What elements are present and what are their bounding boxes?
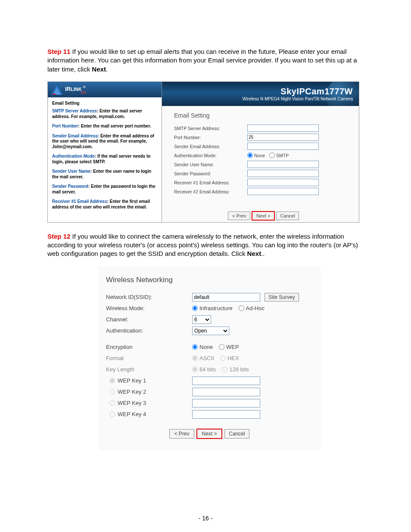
prev-button[interactable]: < Prev bbox=[228, 212, 250, 220]
wepkey4-input[interactable] bbox=[192, 410, 260, 419]
ssid-label: Network ID(SSID): bbox=[106, 294, 192, 300]
auth-select[interactable]: Open bbox=[192, 327, 229, 335]
smtp-label: SMTP Server Address: bbox=[174, 126, 247, 131]
brand-a: IR bbox=[65, 86, 71, 92]
site-survey-button[interactable]: Site Survey bbox=[265, 293, 299, 302]
receiver1-label: Receiver #1 Email Address: bbox=[174, 180, 247, 185]
email-setting-screenshot: IRLINK ® 101 Email Setting SMTP Server A… bbox=[47, 81, 359, 223]
page-number: - 16 - bbox=[0, 515, 411, 522]
sidebar-heading: Email Setting bbox=[52, 101, 157, 106]
sender-user-label: Sender User Name: bbox=[174, 162, 247, 167]
product-banner: SkyIPCam1777W Wireless N MPEG4 Night Vis… bbox=[162, 82, 359, 106]
wepkey3-input[interactable] bbox=[192, 399, 260, 408]
smtp-input[interactable] bbox=[247, 124, 319, 132]
wireless-mode-label: Wireless Mode: bbox=[106, 305, 192, 311]
help-item: Port Number: Enter the mail server port … bbox=[52, 124, 157, 129]
brand-header: IRLINK ® 101 bbox=[48, 82, 162, 97]
step12-text-b: .. bbox=[261, 250, 265, 257]
step11-label: Step 11 bbox=[47, 48, 70, 55]
receiver2-label: Receiver #2 Email Address: bbox=[174, 189, 247, 194]
ssid-input[interactable] bbox=[192, 293, 260, 302]
step11-text-b: . bbox=[106, 65, 108, 73]
sender-pass-label: Sender Password: bbox=[174, 171, 247, 176]
step12-paragraph: Step 12 If you would like to connect the… bbox=[47, 232, 364, 258]
receiver2-input[interactable] bbox=[247, 188, 319, 195]
help-item: Sender Email Address: Enter the email ad… bbox=[52, 134, 157, 150]
form-heading: Email Setting bbox=[174, 112, 353, 119]
step12-bold: Next bbox=[247, 250, 262, 257]
keylen-label: Key Length bbox=[106, 366, 192, 373]
help-item: Receiver #1 Email Address: Enter the fir… bbox=[52, 199, 157, 210]
auth-smtp-radio[interactable]: SMTP bbox=[269, 152, 289, 158]
auth-label: Authentication: bbox=[106, 327, 192, 334]
mode-adhoc-radio[interactable]: Ad-Hoc bbox=[239, 305, 265, 311]
step12-text-a: If you would like to connect the camera … bbox=[47, 233, 358, 258]
encryption-label: Encryption bbox=[106, 344, 192, 350]
channel-select[interactable]: 6 bbox=[192, 315, 211, 324]
product-subtitle: Wireless N MPEG4 Night Vision Pan/Tilt N… bbox=[243, 96, 353, 101]
help-item: SMTP Server Address: Enter the mail serv… bbox=[52, 109, 157, 119]
enc-wep-radio[interactable]: WEP bbox=[219, 344, 239, 350]
next-button[interactable]: Next > bbox=[197, 429, 222, 439]
sender-pass-input[interactable] bbox=[247, 170, 319, 177]
brand-sub: 101 bbox=[81, 90, 86, 94]
channel-label: Channel: bbox=[106, 316, 192, 323]
email-help-sidebar: IRLINK ® 101 Email Setting SMTP Server A… bbox=[47, 81, 162, 223]
help-item: Sender Password: Enter the password to l… bbox=[52, 184, 157, 195]
receiver1-input[interactable] bbox=[247, 179, 319, 186]
format-label: Format bbox=[106, 355, 192, 361]
sender-email-label: Sender Email Address: bbox=[174, 144, 247, 149]
auth-mode-label: Authentication Mode: bbox=[174, 153, 247, 158]
help-item: Sender User Name: Enter the user name to… bbox=[52, 169, 157, 180]
klen-128-radio[interactable]: 128 bits bbox=[222, 366, 249, 373]
wireless-heading: Wireless Networking bbox=[106, 276, 313, 284]
help-item: Authentication Mode: If the mail server … bbox=[52, 154, 157, 165]
fmt-ascii-radio[interactable]: ASCII bbox=[192, 355, 214, 361]
fmt-hex-radio[interactable]: HEX bbox=[220, 355, 239, 361]
cancel-button[interactable]: Cancel bbox=[224, 429, 249, 439]
wepkey3-radio[interactable]: WEP Key 3 bbox=[109, 400, 192, 406]
klen-64-radio[interactable]: 64 bits bbox=[192, 366, 216, 373]
port-label: Port Number: bbox=[174, 135, 247, 140]
wireless-networking-screenshot: Wireless Networking Network ID(SSID): Si… bbox=[98, 266, 321, 451]
sender-user-input[interactable] bbox=[247, 161, 319, 168]
wepkey1-input[interactable] bbox=[192, 376, 260, 385]
wepkey2-input[interactable] bbox=[192, 388, 260, 396]
next-button[interactable]: Next > bbox=[252, 212, 274, 220]
wepkey4-radio[interactable]: WEP Key 4 bbox=[109, 411, 192, 417]
step11-paragraph: Step 11 If you would like to set up emai… bbox=[47, 47, 364, 74]
brand-logo-icon bbox=[51, 85, 62, 95]
cancel-button[interactable]: Cancel bbox=[276, 212, 299, 220]
enc-none-radio[interactable]: None bbox=[192, 344, 213, 350]
product-title: SkyIPCam1777W bbox=[243, 87, 353, 96]
mode-infra-radio[interactable]: Infrastructure bbox=[192, 305, 233, 311]
auth-none-radio[interactable]: None bbox=[247, 152, 265, 158]
brand-sup: ® bbox=[83, 86, 85, 89]
port-input[interactable] bbox=[247, 134, 319, 141]
wepkey1-radio[interactable]: WEP Key 1 bbox=[109, 377, 192, 384]
step12-label: Step 12 bbox=[47, 233, 70, 240]
wepkey2-radio[interactable]: WEP Key 2 bbox=[109, 389, 192, 395]
step11-bold: Next bbox=[92, 65, 106, 73]
sender-email-input[interactable] bbox=[247, 143, 319, 150]
brand-b: LINK bbox=[71, 87, 82, 92]
prev-button[interactable]: < Prev bbox=[169, 429, 194, 439]
